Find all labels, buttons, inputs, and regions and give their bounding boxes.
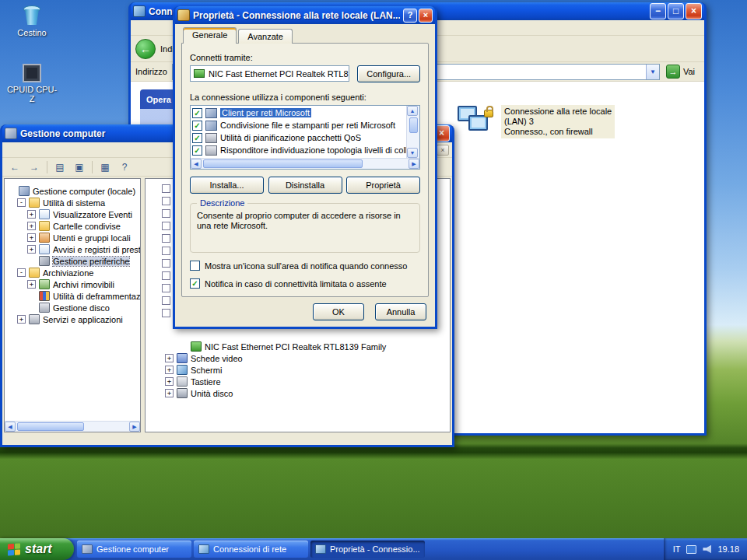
notify-limited-label[interactable]: Notifica in caso di connettività limitat… (205, 279, 387, 289)
component-item[interactable]: ✓ Condivisione file e stampanti per reti… (192, 119, 406, 131)
tree-item[interactable]: + Visualizzatore Eventi (7, 208, 140, 220)
console-tree-icon[interactable]: ▤ (51, 159, 68, 175)
device-item-label[interactable]: Schede video (191, 354, 243, 363)
back-button[interactable]: ← (135, 39, 156, 59)
component-label[interactable]: Client per reti Microsoft (220, 108, 311, 117)
expand-toggle[interactable]: + (165, 377, 174, 386)
taskbar-item[interactable]: Gestione computer (77, 541, 191, 558)
tree-item[interactable]: - Utilità di sistema (7, 197, 140, 208)
maximize-button[interactable]: □ (668, 3, 684, 19)
tree-item[interactable]: + Utenti e gruppi locali (7, 232, 140, 243)
expand-toggle[interactable] (162, 309, 170, 317)
tree-item[interactable]: Gestione disco (7, 302, 140, 313)
volume-tray-icon[interactable] (703, 545, 711, 554)
expand-toggle[interactable] (162, 271, 170, 280)
menu-item[interactable] (16, 149, 27, 152)
expand-toggle[interactable] (162, 184, 170, 193)
tree-item[interactable]: Gestione computer (locale) (7, 185, 140, 197)
menu-item[interactable] (146, 26, 157, 30)
device-item-label[interactable]: Unità disco (191, 389, 233, 398)
component-checkbox[interactable]: ✓ (192, 121, 202, 131)
tree-item[interactable]: + Cartelle condivise (7, 220, 140, 232)
properties-button[interactable]: Proprietà (346, 177, 420, 194)
uninstall-button[interactable]: Disinstalla (268, 177, 342, 194)
scroll-right-icon[interactable]: ▶ (409, 159, 419, 169)
tree-item[interactable]: Gestione periferiche (7, 255, 140, 267)
menu-item[interactable] (5, 149, 16, 152)
dialog-tab[interactable]: Generale (183, 27, 237, 44)
scroll-left-icon[interactable]: ◀ (5, 422, 16, 432)
tree-item-label[interactable]: Cartelle condivise (53, 222, 121, 231)
expand-toggle[interactable] (162, 247, 170, 255)
language-indicator[interactable]: IT (673, 544, 681, 554)
expand-toggle[interactable] (162, 222, 170, 230)
tree-item[interactable]: + Servizi e applicazioni (7, 313, 140, 325)
properties-icon[interactable]: ▣ (71, 159, 88, 175)
go-button[interactable]: → Vai (665, 65, 700, 79)
tree-item-label[interactable]: Gestione periferiche (53, 257, 129, 266)
forward-icon[interactable]: → (26, 159, 43, 175)
tree-item-label[interactable]: Archivi rimovibili (53, 280, 114, 289)
device-item[interactable]: + Tastiere (165, 376, 448, 387)
scrollbar-thumb[interactable] (203, 159, 363, 168)
expand-toggle[interactable]: - (17, 268, 26, 277)
taskbar-item[interactable]: Proprietà - Connessio... (310, 541, 425, 558)
network-tray-icon[interactable] (686, 545, 696, 554)
back-icon[interactable]: ← (6, 159, 23, 175)
scrollbar-thumb[interactable] (17, 422, 84, 431)
expand-toggle[interactable] (162, 234, 170, 243)
tree-item-label[interactable]: Avvisi e registri di prestazioni (53, 245, 141, 254)
menu-item[interactable] (38, 149, 49, 152)
menu-item[interactable] (49, 149, 60, 152)
expand-toggle[interactable]: + (27, 210, 36, 219)
tree-item[interactable]: Utilità di deframmentazione di (7, 290, 140, 302)
component-label[interactable]: Risponditore individuazione topologia li… (220, 145, 406, 155)
component-label[interactable]: Utilità di pianificazione pacchetti QoS (220, 133, 361, 142)
device-item-label[interactable]: Schermi (191, 366, 222, 375)
components-vertical-scrollbar[interactable]: ▲ ▼ (406, 106, 419, 158)
tree-item-label[interactable]: Gestione disco (53, 303, 110, 313)
taskbar-item[interactable]: Connessioni di rete (194, 541, 308, 558)
tree-item-label[interactable]: Utenti e gruppi locali (53, 233, 131, 243)
adapter-field[interactable]: NIC Fast Ethernet PCI Realtek RTL8 (190, 65, 349, 82)
address-dropdown-icon[interactable]: ▼ (646, 65, 659, 79)
expand-toggle[interactable]: + (27, 233, 36, 242)
dialog-titlebar[interactable]: Proprietà - Connessione alla rete locale… (175, 6, 435, 24)
scroll-left-icon[interactable]: ◀ (191, 159, 202, 169)
menu-item[interactable] (134, 26, 145, 30)
desktop-icon-recycle-bin[interactable]: Cestino (6, 5, 58, 37)
expand-toggle[interactable] (162, 296, 170, 305)
dialog-tab[interactable]: Avanzate (238, 29, 293, 44)
mdi-close-button[interactable]: × (437, 145, 449, 156)
expand-toggle[interactable]: + (27, 222, 36, 230)
component-checkbox[interactable]: ✓ (192, 133, 202, 143)
help-icon[interactable]: ? (116, 159, 133, 175)
tree-item-label[interactable]: Gestione computer (locale) (33, 187, 135, 196)
expand-toggle[interactable]: + (27, 280, 36, 289)
device-item[interactable]: + Unità disco (165, 387, 448, 399)
tree-item[interactable]: + Archivi rimovibili (7, 278, 140, 290)
close-button[interactable]: × (686, 3, 702, 19)
device-item[interactable]: + Schermi (165, 364, 448, 376)
expand-toggle[interactable]: - (17, 198, 26, 207)
expand-toggle[interactable]: + (165, 389, 174, 397)
tree-item-label[interactable]: Utilità di deframmentazione di (53, 292, 141, 301)
tree-item-label[interactable]: Utilità di sistema (43, 198, 105, 208)
expand-toggle[interactable]: + (165, 366, 174, 374)
lan-connection-item[interactable]: Connessione alla rete locale (LAN) 3 Con… (458, 105, 615, 138)
show-icon-label[interactable]: Mostra un'icona sull'area di notifica qu… (205, 261, 407, 271)
install-button[interactable]: Installa... (190, 177, 264, 194)
tree-horizontal-scrollbar[interactable]: ◀ ▶ (5, 421, 140, 432)
expand-toggle[interactable]: + (17, 315, 26, 324)
device-item[interactable]: NIC Fast Ethernet PCI Realtek RTL8139 Fa… (165, 341, 448, 352)
scroll-down-icon[interactable]: ▼ (407, 148, 418, 158)
component-checkbox[interactable]: ✓ (192, 108, 202, 118)
component-item[interactable]: ✓ Client per reti Microsoft (192, 107, 406, 119)
clock[interactable]: 19.18 (717, 544, 739, 554)
notify-limited-checkbox[interactable]: ✓ (190, 278, 200, 289)
device-item-label[interactable]: Tastiere (191, 377, 221, 387)
component-checkbox[interactable]: ✓ (192, 145, 202, 156)
desktop-icon-cpuz[interactable]: CPUID CPU-Z (6, 64, 58, 103)
tree-item-label[interactable]: Archiviazione (43, 268, 93, 278)
expand-toggle[interactable]: + (27, 245, 36, 254)
